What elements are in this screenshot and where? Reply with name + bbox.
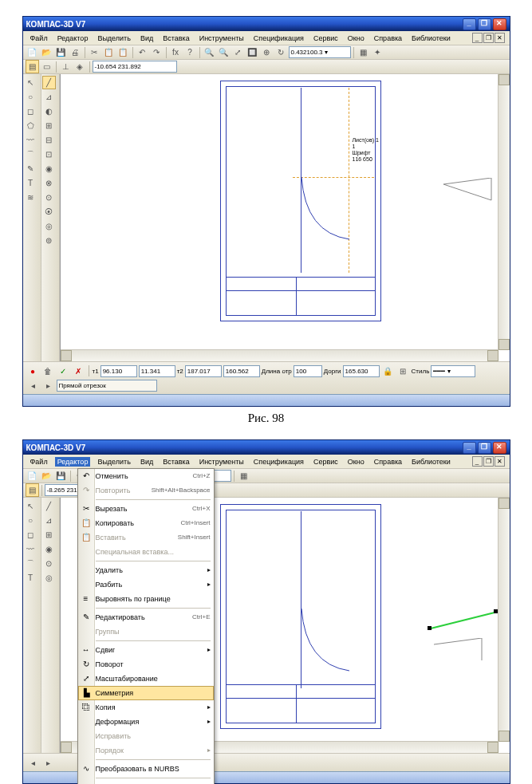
- tool5-icon[interactable]: ◉: [42, 162, 56, 175]
- scale-combo[interactable]: 0.432100.3 ▾: [289, 46, 351, 58]
- arrow-icon[interactable]: ↖: [24, 76, 37, 89]
- maximize-button[interactable]: ❐: [478, 18, 491, 30]
- menu-tools[interactable]: Инструменты: [197, 33, 246, 43]
- hatch-icon[interactable]: ≋: [24, 191, 37, 204]
- print-icon[interactable]: 🖨: [69, 45, 82, 59]
- edit-menu-item-17[interactable]: ⤢Масштабирование: [78, 672, 214, 686]
- selected-segment[interactable]: [428, 609, 499, 633]
- undo-icon[interactable]: ↶: [136, 45, 149, 59]
- copy-icon[interactable]: 📋: [102, 45, 116, 59]
- edit-menu-item-8[interactable]: Удалить▸: [78, 563, 214, 577]
- drawing-canvas[interactable]: Лист(ов) 1 1 Шрифт 116 650: [60, 74, 510, 361]
- tool7-icon[interactable]: ⊙: [42, 191, 56, 204]
- tool-d-icon[interactable]: ◎: [42, 571, 56, 585]
- tool8-icon[interactable]: ⦿: [42, 205, 56, 219]
- edit-menu-item-18[interactable]: ▙Симметрия: [78, 686, 214, 700]
- style-combo[interactable]: ━━━ ▾: [431, 365, 475, 377]
- doc-min-button[interactable]: _: [472, 33, 483, 43]
- edit-menu-item-4[interactable]: 📋КопироватьCtrl+Insert: [78, 516, 214, 530]
- menu-spec[interactable]: Спецификация: [251, 457, 306, 467]
- doc-close-button[interactable]: ✕: [495, 33, 505, 43]
- pan-icon[interactable]: ⊕: [260, 45, 274, 59]
- tool3-icon[interactable]: ⊟: [42, 133, 56, 147]
- menu-spec[interactable]: Спецификация: [251, 33, 306, 43]
- polygon-icon[interactable]: ⬠: [24, 119, 37, 132]
- text-icon[interactable]: T: [24, 571, 37, 585]
- t1-y-input[interactable]: 11.341: [139, 365, 175, 377]
- refresh-icon[interactable]: ↻: [274, 45, 288, 59]
- rect-icon[interactable]: ◻: [24, 104, 37, 118]
- tool2-icon[interactable]: ⊞: [42, 119, 56, 132]
- edit-menu-item-9[interactable]: Разбить▸: [78, 577, 214, 592]
- menu-libs[interactable]: Библиотеки: [409, 457, 453, 467]
- snap-icon[interactable]: ✦: [371, 45, 384, 59]
- edit-menu-item-26[interactable]: Управление свойствами...: [78, 780, 214, 784]
- spline-icon[interactable]: 〰: [24, 542, 37, 556]
- menu-file[interactable]: Файл: [28, 33, 50, 43]
- menu-edit[interactable]: Редактор: [55, 457, 91, 467]
- close-button[interactable]: ✕: [493, 18, 506, 30]
- edit-menu-item-10[interactable]: ≡Выровнять по границе: [78, 592, 214, 606]
- edit-menu-item-20[interactable]: Деформация▸: [78, 715, 214, 729]
- tool9-icon[interactable]: ◎: [42, 219, 56, 233]
- pencil-icon[interactable]: ✎: [24, 162, 37, 175]
- open-icon[interactable]: 📂: [40, 469, 53, 483]
- scrollbar-vertical[interactable]: [498, 498, 510, 742]
- zoom-in-icon[interactable]: 🔍: [203, 45, 216, 59]
- t2-y-input[interactable]: 160.562: [223, 365, 260, 377]
- tool-b-icon[interactable]: ◉: [42, 542, 56, 556]
- paste-icon[interactable]: 📋: [116, 45, 130, 59]
- line-tool-icon[interactable]: ╱: [42, 499, 56, 513]
- menu-view[interactable]: Вид: [138, 457, 156, 467]
- doc-restore-button[interactable]: ❐: [483, 456, 494, 467]
- redo-icon[interactable]: ↷: [150, 45, 164, 59]
- maximize-button[interactable]: ❐: [478, 442, 491, 454]
- menu-view[interactable]: Вид: [138, 33, 156, 43]
- cancel-icon[interactable]: ✗: [72, 364, 85, 378]
- layer-icon[interactable]: ▤: [26, 60, 39, 73]
- doc-close-button[interactable]: ✕: [495, 456, 505, 467]
- record-icon[interactable]: ●: [26, 364, 40, 378]
- close-button[interactable]: ✕: [493, 442, 506, 454]
- text-icon[interactable]: T: [24, 176, 37, 190]
- menu-insert[interactable]: Вставка: [160, 457, 191, 467]
- menu-window[interactable]: Окно: [345, 33, 367, 43]
- menu-select[interactable]: Выделить: [95, 457, 133, 467]
- menu-help[interactable]: Справка: [372, 33, 404, 43]
- menu-tools[interactable]: Инструменты: [197, 457, 246, 467]
- trash-icon[interactable]: 🗑: [41, 364, 55, 378]
- tool10-icon[interactable]: ⊚: [42, 234, 56, 247]
- circle-icon[interactable]: ○: [24, 90, 37, 104]
- edit-menu-item-16[interactable]: ↻Поворот: [78, 657, 214, 672]
- fx-icon[interactable]: fx: [169, 45, 183, 59]
- arc-icon[interactable]: ⌒: [24, 557, 37, 570]
- grid-icon[interactable]: ▦: [237, 469, 250, 483]
- new-icon[interactable]: 📄: [26, 469, 39, 483]
- cut-icon[interactable]: ✂: [88, 45, 101, 59]
- zoom-fit-icon[interactable]: ⤢: [231, 45, 245, 59]
- save-icon[interactable]: 💾: [54, 45, 68, 59]
- minimize-button[interactable]: _: [463, 18, 476, 30]
- edit-menu-item-0[interactable]: ↶ОтменитьCtrl+Z: [78, 469, 214, 483]
- edit-menu-item-19[interactable]: ⿻Копия▸: [78, 700, 214, 715]
- tool-a-icon[interactable]: ⊞: [42, 528, 56, 542]
- arrow-icon[interactable]: ↖: [24, 499, 37, 513]
- minimize-button[interactable]: _: [463, 442, 476, 454]
- spline-icon[interactable]: 〰: [24, 133, 37, 147]
- ok-icon[interactable]: ✓: [57, 364, 70, 378]
- tool4-icon[interactable]: ⊡: [42, 148, 56, 161]
- menu-libs[interactable]: Библиотеки: [409, 33, 453, 43]
- open-icon[interactable]: 📂: [40, 45, 53, 59]
- t1-x-input[interactable]: 96.130: [100, 365, 137, 377]
- scrollbar-horizontal[interactable]: [61, 349, 499, 361]
- help-icon[interactable]: ?: [183, 45, 197, 59]
- edit-menu-item-24[interactable]: ∿Преобразовать в NURBS: [78, 762, 214, 776]
- doc-restore-button[interactable]: ❐: [483, 33, 494, 43]
- angle-input[interactable]: 165.630: [343, 365, 380, 377]
- tool-c-icon[interactable]: ⊙: [42, 557, 56, 570]
- save-icon[interactable]: 💾: [54, 469, 68, 483]
- handle-start[interactable]: [428, 626, 432, 630]
- layer-icon[interactable]: ▤: [26, 483, 39, 497]
- ortho-icon[interactable]: ⊥: [59, 60, 73, 73]
- menu-window[interactable]: Окно: [345, 457, 367, 467]
